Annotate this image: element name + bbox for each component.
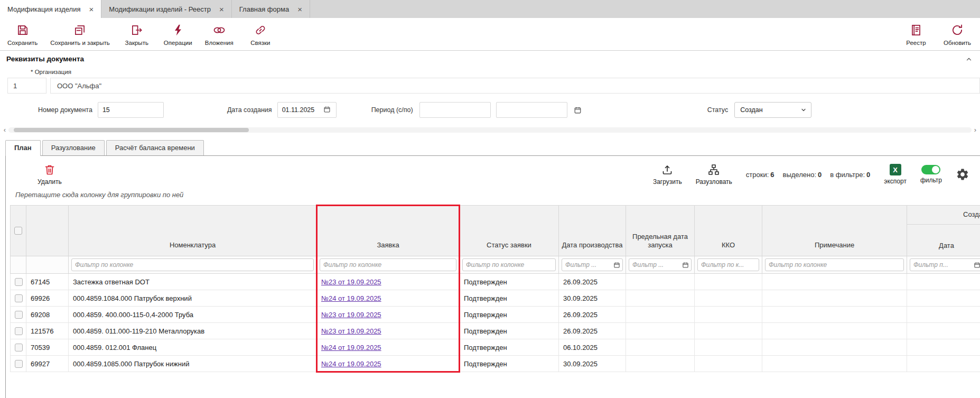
doc-number-field[interactable] [98, 102, 164, 118]
request-link[interactable]: №24 от 19.09.2025 [321, 360, 381, 368]
column-header-created-date[interactable]: Дата [907, 225, 980, 256]
refresh-button[interactable]: Обновить [943, 23, 972, 46]
request-link[interactable]: №23 от 19.09.2025 [321, 327, 381, 335]
tab-unbundling[interactable]: Разузлование [42, 140, 105, 155]
window-tab-mainform[interactable]: Главная форма × [232, 0, 310, 18]
unbundle-button[interactable]: Разузловать [696, 163, 732, 186]
request-link[interactable]: №24 от 19.09.2025 [321, 294, 381, 302]
cell-request: №23 от 19.09.2025 [317, 307, 460, 323]
close-label: Закрыть [125, 40, 148, 46]
request-link[interactable]: №24 от 19.09.2025 [321, 344, 381, 351]
column-header-id[interactable] [26, 206, 69, 256]
select-all-checkbox[interactable] [14, 227, 22, 235]
request-link[interactable]: №23 от 19.09.2025 [321, 278, 381, 286]
table-row[interactable]: 121576 000.4859. 011.000-119-210 Металло… [11, 323, 980, 339]
date-created-field[interactable] [277, 102, 337, 118]
period-calendar-icon[interactable] [574, 106, 582, 114]
window-tab-modification[interactable]: Модификация изделия × [0, 0, 101, 18]
close-button[interactable]: Закрыть [123, 23, 151, 46]
load-button[interactable]: Загрузить [653, 163, 682, 186]
registry-icon [909, 23, 923, 38]
calendar-icon[interactable] [613, 262, 620, 269]
cell-nomenclature: 000.4859. 400.000-115-0,4-2000 Труба [69, 307, 317, 323]
column-header-production-date[interactable]: Дата производства [559, 206, 626, 256]
calendar-icon[interactable] [323, 106, 331, 115]
delete-button[interactable]: Удалить [38, 163, 62, 186]
filter-input-request-status[interactable] [462, 258, 556, 271]
column-header-note[interactable]: Примечание [762, 206, 907, 256]
table-row[interactable]: 69927 000.4859.1085.000 Патрубок нижний … [11, 356, 980, 372]
registry-button[interactable]: Реестр [902, 23, 930, 46]
filter-input-created-date[interactable] [910, 258, 980, 271]
column-header-kko[interactable]: ККО [695, 206, 762, 256]
group-by-hint: Перетащите сюда колонку для группировки … [6, 189, 980, 205]
filter-input-nomenclature[interactable] [71, 258, 314, 271]
column-header-request[interactable]: Заявка [317, 206, 460, 256]
date-created-input[interactable] [282, 106, 323, 114]
period-to-field[interactable] [496, 102, 567, 118]
period-from-field[interactable] [419, 102, 491, 118]
filter-toggle[interactable]: фильтр [920, 165, 942, 184]
cell-production-date: 26.09.2025 [559, 274, 626, 290]
calendar-icon[interactable] [974, 262, 980, 269]
cell-id: 121576 [26, 323, 69, 339]
operations-button[interactable]: Операции [164, 23, 192, 46]
status-select[interactable]: Создан [734, 102, 811, 118]
row-checkbox[interactable] [15, 344, 23, 351]
links-button[interactable]: Связки [246, 23, 275, 46]
cell-production-date: 30.09.2025 [559, 290, 626, 307]
close-tab-icon[interactable]: × [219, 5, 224, 13]
hierarchy-icon [707, 163, 720, 176]
filter-input-note[interactable] [765, 258, 904, 271]
calendar-icon[interactable] [682, 262, 689, 269]
column-header-nomenclature[interactable]: Номенклатура [69, 206, 317, 256]
close-tab-icon[interactable]: × [89, 5, 94, 13]
scrollbar-track[interactable] [8, 127, 972, 133]
cell-nomenclature: 000.4859. 012.001 Фланец [69, 339, 317, 356]
cell-request: №24 от 19.09.2025 [317, 356, 460, 372]
tab-plan[interactable]: План [5, 140, 41, 156]
row-checkbox[interactable] [15, 327, 23, 335]
table-row[interactable]: 70539 000.4859. 012.001 Фланец №24 от 19… [11, 339, 980, 356]
horizontal-scrollbar[interactable]: ‹ › [1, 126, 979, 134]
save-icon [16, 23, 30, 38]
filter-input-request[interactable] [320, 258, 456, 271]
request-link[interactable]: №23 от 19.09.2025 [321, 311, 381, 319]
scroll-right-icon[interactable]: › [972, 126, 979, 134]
scroll-left-icon[interactable]: ‹ [1, 126, 8, 134]
column-header-request-status[interactable]: Статус заявки [460, 206, 559, 256]
cell-id: 67145 [26, 274, 69, 290]
row-checkbox[interactable] [15, 311, 23, 319]
close-tab-icon[interactable]: × [297, 5, 302, 13]
save-close-button[interactable]: Сохранить и закрыть [50, 23, 110, 46]
collapse-section-icon[interactable] [965, 55, 973, 63]
cell-note [762, 323, 907, 339]
table-row[interactable]: 69926 000.4859.1084.000 Патрубок верхний… [11, 290, 980, 307]
toggle-on-icon[interactable] [921, 165, 940, 174]
row-checkbox[interactable] [15, 278, 23, 286]
row-checkbox[interactable] [15, 360, 23, 368]
row-checkbox[interactable] [15, 294, 23, 302]
registry-label: Реестр [906, 40, 926, 46]
cell-request: №23 от 19.09.2025 [317, 323, 460, 339]
links-label: Связки [250, 40, 270, 46]
tab-time-balance[interactable]: Расчёт баланса времени [106, 140, 204, 155]
settings-button[interactable] [956, 168, 969, 181]
organization-code-field[interactable] [7, 78, 46, 94]
attachments-button[interactable]: Вложения [205, 23, 234, 46]
export-button[interactable]: X экспорт [884, 164, 907, 185]
column-header-deadline[interactable]: Предельная дата запуска [626, 206, 695, 256]
cell-deadline [626, 339, 695, 356]
scrollbar-thumb[interactable] [14, 128, 249, 132]
cell-created-date [907, 290, 980, 307]
organization-name-field[interactable] [50, 78, 980, 94]
window-tab-registry[interactable]: Модификации изделий - Реестр × [101, 0, 232, 18]
table-row[interactable]: 69208 000.4859. 400.000-115-0,4-2000 Тру… [11, 307, 980, 323]
table-row[interactable]: 67145 Застежка ответная DOT №23 от 19.09… [11, 274, 980, 290]
column-group-created[interactable]: Созда [907, 206, 980, 225]
save-button[interactable]: Сохранить [7, 23, 38, 46]
filter-cell-id [26, 256, 69, 274]
cell-id: 70539 [26, 339, 69, 356]
filter-input-kko[interactable] [697, 258, 759, 271]
doc-number-label: Номер документа [38, 106, 92, 114]
